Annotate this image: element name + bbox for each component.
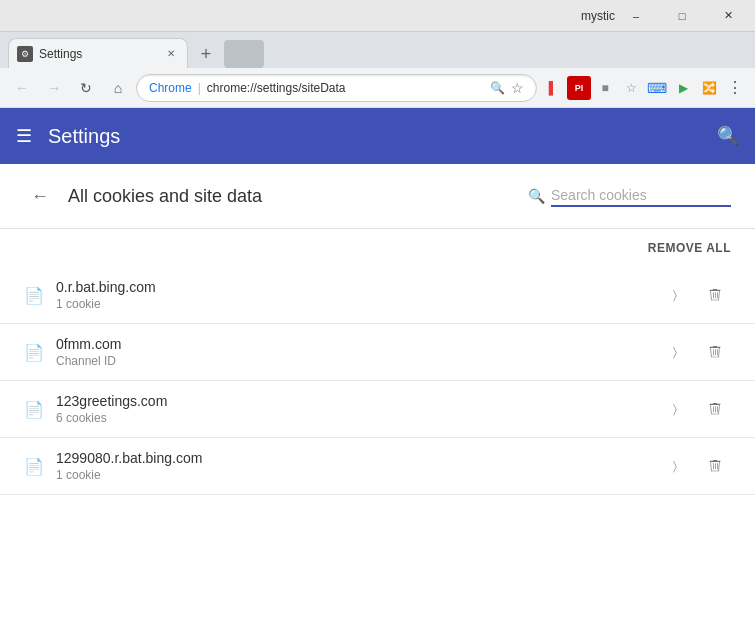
toolbar-icon-7[interactable]: ⋮ [723,76,747,100]
bookmark-icon[interactable]: ☆ [511,80,524,96]
file-icon: 📄 [24,457,44,476]
expand-icon: 〉 [663,454,687,478]
file-icon: 📄 [24,400,44,419]
cookie-sub: 1 cookie [56,297,651,311]
forward-button[interactable]: → [40,74,68,102]
cookie-sub: 1 cookie [56,468,651,482]
search-cookies-input[interactable] [551,185,731,207]
table-row[interactable]: 📄 0fmm.com Channel ID 〉 [0,324,755,381]
table-row[interactable]: 📄 1299080.r.bat.bing.com 1 cookie 〉 [0,438,755,495]
cookie-domain: 0.r.bat.bing.com [56,279,651,295]
delete-cookie-button[interactable] [699,450,731,482]
cookies-header: ← All cookies and site data 🔍 [0,164,755,229]
trash-icon [707,401,723,417]
chrome-label: Chrome [149,81,192,95]
toolbar-icon-6[interactable]: 🔀 [697,76,721,100]
tab-extra-area [224,40,264,68]
back-arrow-icon: ← [31,186,49,207]
cookie-info: 0fmm.com Channel ID [56,336,651,368]
main-content: ← All cookies and site data 🔍 REMOVE ALL… [0,164,755,629]
table-row[interactable]: 📄 123greetings.com 6 cookies 〉 [0,381,755,438]
trash-icon [707,287,723,303]
window-controls: – □ ✕ [613,0,751,32]
toolbar-icon-5[interactable]: ▶ [671,76,695,100]
search-cookies-icon: 🔍 [528,188,545,204]
settings-tab[interactable]: ⚙ Settings ✕ [8,38,188,68]
cookie-info: 1299080.r.bat.bing.com 1 cookie [56,450,651,482]
settings-tab-icon: ⚙ [17,46,33,62]
expand-icon: 〉 [663,283,687,307]
settings-tab-label: Settings [39,47,82,61]
cookie-domain: 123greetings.com [56,393,651,409]
maximize-button[interactable]: □ [659,0,705,32]
username: mystic [581,9,615,23]
new-tab-button[interactable]: + [192,40,220,68]
settings-header-title: Settings [48,125,701,148]
cookie-sub: Channel ID [56,354,651,368]
back-button[interactable]: ← [8,74,36,102]
trash-icon [707,458,723,474]
toolbar-icon-1[interactable]: PI [567,76,591,100]
expand-icon: 〉 [663,397,687,421]
search-area: 🔍 [528,185,731,207]
reload-button[interactable]: ↻ [72,74,100,102]
remove-all-row: REMOVE ALL [0,229,755,267]
expand-icon: 〉 [663,340,687,364]
title-bar: mystic – □ ✕ [0,0,755,32]
cookie-domain: 1299080.r.bat.bing.com [56,450,651,466]
delete-cookie-button[interactable] [699,393,731,425]
url-text: chrome://settings/siteData [207,81,484,95]
page-title: All cookies and site data [68,186,262,207]
home-button[interactable]: ⌂ [104,74,132,102]
toolbar-icons: ▌ PI ■ ☆ ⌨ ▶ 🔀 ⋮ [541,76,747,100]
cookies-back-button[interactable]: ← [24,180,56,212]
url-bar[interactable]: Chrome | chrome://settings/siteData 🔍 ☆ [136,74,537,102]
cookie-info: 123greetings.com 6 cookies [56,393,651,425]
toolbar-icon-2[interactable]: ■ [593,76,617,100]
delete-cookie-button[interactable] [699,336,731,368]
delete-cookie-button[interactable] [699,279,731,311]
close-button[interactable]: ✕ [705,0,751,32]
pocket-icon[interactable]: ▌ [541,76,565,100]
url-divider: | [198,81,201,95]
file-icon: 📄 [24,343,44,362]
toolbar-icon-3[interactable]: ☆ [619,76,643,100]
tab-close-button[interactable]: ✕ [163,46,179,62]
settings-header: ☰ Settings 🔍 [0,108,755,164]
toolbar-icon-4[interactable]: ⌨ [645,76,669,100]
table-row[interactable]: 📄 0.r.bat.bing.com 1 cookie 〉 [0,267,755,324]
hamburger-menu-icon[interactable]: ☰ [16,125,32,147]
trash-icon [707,344,723,360]
cookie-domain: 0fmm.com [56,336,651,352]
address-bar: ← → ↻ ⌂ Chrome | chrome://settings/siteD… [0,68,755,108]
cookie-sub: 6 cookies [56,411,651,425]
url-search-icon: 🔍 [490,81,505,95]
tab-bar: ⚙ Settings ✕ + [0,32,755,68]
remove-all-button[interactable]: REMOVE ALL [648,241,731,255]
settings-search-icon[interactable]: 🔍 [717,125,739,147]
file-icon: 📄 [24,286,44,305]
minimize-button[interactable]: – [613,0,659,32]
cookie-list: 📄 0.r.bat.bing.com 1 cookie 〉 📄 0fmm.com… [0,267,755,495]
cookie-info: 0.r.bat.bing.com 1 cookie [56,279,651,311]
